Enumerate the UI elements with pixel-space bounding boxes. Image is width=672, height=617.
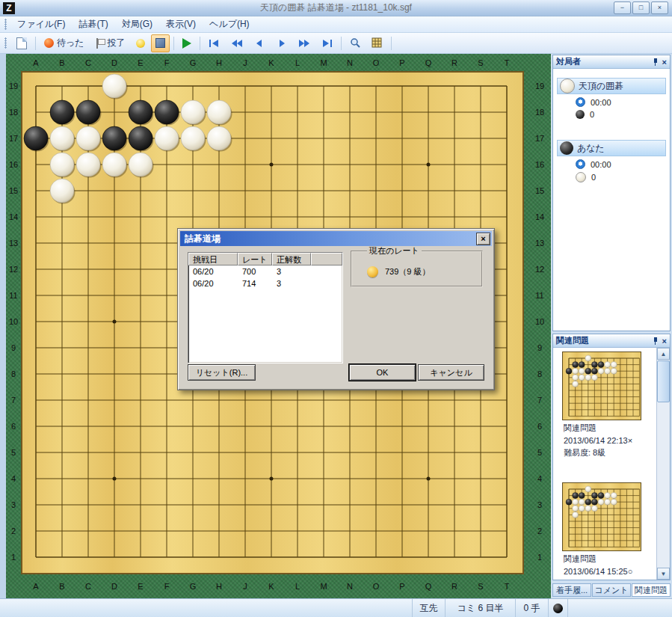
column-header-date[interactable]: 挑戦日 [188, 253, 238, 265]
related-panel-title: 関連問題 [556, 335, 589, 346]
scroll-down-icon[interactable]: ▼ [657, 568, 670, 580]
svg-text:10: 10 [9, 317, 18, 326]
column-header-correct[interactable]: 正解数 [272, 253, 311, 265]
menu-file[interactable]: ファイル(F) [10, 16, 72, 32]
ok-button[interactable]: OK [349, 364, 416, 381]
tab-comment[interactable]: コメント [592, 583, 631, 597]
nav-first-button[interactable] [204, 34, 225, 52]
related-label: 関連問題 [564, 553, 656, 565]
related-list: 関連問題 2013/06/14 22:13× 難易度: 8級 関連問題 2013… [553, 348, 656, 580]
hint-button[interactable] [132, 34, 149, 52]
svg-text:16: 16 [535, 160, 544, 169]
sidebar-tabs: 着手履... コメント 関連問題 [552, 583, 671, 597]
svg-text:14: 14 [535, 212, 544, 221]
list-item[interactable]: 関連問題 2013/06/14 22:13× 難易度: 8級 [555, 352, 656, 458]
nav-fast-back-button[interactable] [226, 34, 247, 52]
table-cell: 06/20 [188, 265, 238, 277]
nav-fast-back-icon [231, 38, 243, 49]
current-rating-group: 現在のレート 739（9 級） [351, 245, 483, 287]
scrollbar-thumb[interactable] [657, 360, 670, 402]
nav-back-button[interactable] [249, 34, 270, 52]
menubar: ファイル(F) 詰碁(T) 対局(G) 表示(V) ヘルプ(H) [0, 16, 672, 33]
list-item[interactable]: 関連問題 2013/06/14 15:25○ [555, 482, 656, 576]
player-name-row[interactable]: あなた [557, 140, 666, 156]
svg-text:M: M [320, 58, 327, 67]
analyze-button[interactable] [345, 34, 366, 52]
problem-thumbnail[interactable] [562, 352, 641, 420]
nav-back-icon [253, 38, 265, 49]
resign-label: 投了 [108, 37, 126, 49]
table-row[interactable]: 06/207003 [188, 265, 342, 277]
resign-button[interactable]: 投了 [90, 34, 130, 52]
status-message [0, 599, 412, 617]
svg-text:1: 1 [537, 553, 542, 562]
svg-text:13: 13 [535, 239, 544, 248]
menubar-grip[interactable] [4, 19, 7, 30]
scrollbar-track[interactable] [657, 360, 670, 568]
player-captures-row: 0 [576, 110, 670, 119]
player-captures: 0 [590, 110, 594, 119]
panel-close-icon[interactable]: × [662, 337, 667, 345]
results-table-rows: 06/20700306/207143 [188, 265, 342, 289]
player-time-row: 00:00 [576, 97, 670, 107]
tab-related-problems[interactable]: 関連問題 [632, 583, 671, 597]
menu-help[interactable]: ヘルプ(H) [203, 16, 256, 32]
clock-icon [576, 159, 585, 169]
table-cell: 700 [238, 265, 272, 277]
pin-icon[interactable] [653, 58, 659, 66]
undo-icon [44, 38, 54, 48]
nav-forward-icon [276, 38, 288, 49]
svg-text:19: 19 [535, 82, 544, 90]
scroll-up-icon[interactable]: ▲ [657, 348, 670, 360]
panel-close-icon[interactable]: × [662, 58, 667, 66]
svg-text:17: 17 [9, 134, 18, 143]
column-header-blank [311, 253, 342, 265]
nav-fast-forward-icon [298, 38, 310, 49]
svg-text:10: 10 [535, 317, 544, 326]
reset-button[interactable]: リセット(R)... [188, 364, 256, 381]
svg-text:11: 11 [9, 291, 17, 300]
svg-text:14: 14 [9, 212, 18, 221]
players-panel-body: 天頂の囲碁 00:00 0 [553, 69, 670, 182]
menu-tsumego[interactable]: 詰碁(T) [72, 16, 114, 32]
menu-game[interactable]: 対局(G) [115, 16, 159, 32]
cancel-button[interactable]: キャンセル [418, 364, 484, 381]
players-panel-header: 対局者 × [553, 55, 670, 69]
scrollbar[interactable]: ▲ ▼ [656, 348, 670, 580]
table-row[interactable]: 06/207143 [188, 277, 342, 289]
tab-move-history[interactable]: 着手履... [552, 583, 591, 597]
minimize-button[interactable]: − [614, 1, 631, 14]
nav-fast-forward-button[interactable] [294, 34, 315, 52]
close-button[interactable]: × [651, 1, 668, 14]
svg-text:O: O [373, 58, 380, 67]
svg-text:R: R [451, 58, 457, 67]
score-button[interactable] [367, 34, 387, 52]
pin-icon[interactable] [653, 337, 659, 345]
menu-view[interactable]: 表示(V) [159, 16, 203, 32]
svg-text:O: O [373, 582, 380, 591]
edit-mode-button[interactable] [151, 34, 170, 52]
table-cell: 714 [238, 277, 272, 289]
player-name-row[interactable]: 天頂の囲碁 [557, 78, 666, 94]
column-header-rating[interactable]: レート [238, 253, 272, 265]
table-cell: 3 [272, 277, 311, 289]
nav-forward-button[interactable] [271, 34, 292, 52]
problem-thumbnail[interactable] [562, 482, 641, 551]
svg-text:7: 7 [11, 396, 16, 405]
svg-text:2: 2 [537, 527, 542, 535]
undo-button[interactable]: 待った [40, 34, 89, 52]
svg-text:18: 18 [9, 108, 18, 117]
maximize-button[interactable]: □ [632, 1, 650, 14]
new-file-button[interactable] [12, 34, 31, 52]
svg-text:D: D [111, 58, 117, 67]
toolbar: 待った 投了 [0, 33, 672, 54]
toolbar-grip[interactable] [4, 37, 7, 49]
svg-text:4: 4 [11, 474, 16, 483]
play-button[interactable] [178, 34, 196, 52]
dialog-close-button[interactable]: × [476, 233, 490, 245]
svg-text:A: A [33, 58, 39, 67]
svg-text:T: T [505, 58, 510, 67]
svg-text:Q: Q [425, 582, 432, 591]
svg-text:15: 15 [9, 186, 18, 195]
nav-last-button[interactable] [316, 34, 337, 52]
